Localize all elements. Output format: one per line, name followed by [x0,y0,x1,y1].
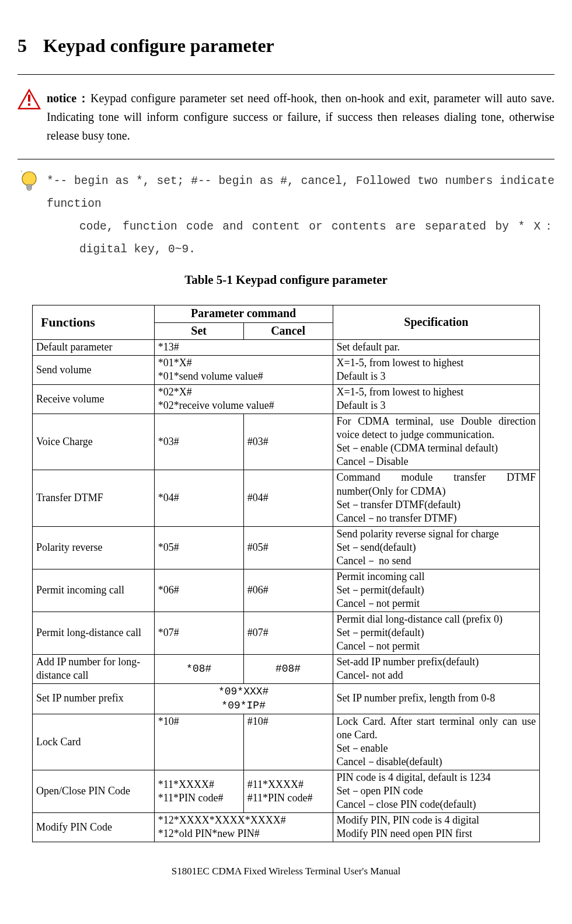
th-param-cmd: Parameter command [154,305,333,323]
notice-text: notice：Keypad configure parameter set ne… [47,89,554,145]
th-spec: Specification [333,305,539,340]
cell-cancel: #07# [243,612,333,654]
warning-icon [18,89,41,110]
cell-cancel: #04# [243,470,333,526]
table-row: Lock Card*10##10#Lock Card. After start … [33,714,540,770]
table-row: Transfer DTMF*04##04#Command module tran… [33,470,540,526]
table-row: Polarity reverse*05##05#Send polarity re… [33,526,540,569]
tip-text: *-- begin as *, set; #-- begin as #, can… [47,170,554,261]
cell-function: Receive volume [33,385,155,414]
th-set: Set [154,322,243,340]
table-row: Receive volume*02*X#*02*receive volume v… [33,385,540,414]
cell-set: *06# [154,569,243,612]
cell-set: *05# [154,526,243,569]
cell-function: Voice Charge [33,414,155,470]
table-row: Permit long-distance call*07##07#Permit … [33,612,540,654]
tip-line-2: code, function code and content or conte… [79,216,554,261]
cell-spec: For CDMA terminal, use Double direction … [333,414,539,470]
cell-function: Default parameter [33,340,155,356]
cell-spec: Lock Card. After start terminal only can… [333,714,539,770]
cell-set: *08# [154,654,243,683]
cell-function: Modify PIN Code [33,813,155,842]
cell-cancel: #03# [243,414,333,470]
cell-function: Send volume [33,356,155,385]
tip-line-1: *-- begin as *, set; #-- begin as #, can… [47,175,554,210]
table-body: Default parameter*13#Set default par.Sen… [33,340,540,842]
cell-spec: Send polarity reverse signal for chargeS… [333,526,539,569]
table-header-row-1: Functions Parameter command Specificatio… [33,305,540,323]
cell-spec: Set default par. [333,340,539,356]
cell-set: *07# [154,612,243,654]
cell-function: Add IP number for long-distance call [33,654,155,683]
cell-spec: Modify PIN, PIN code is 4 digitalModify … [333,813,539,842]
cell-spec: Set IP number prefix, length from 0-8 [333,683,539,714]
divider-bottom [18,159,554,159]
cell-set: *11*XXXX#*11*PIN code# [154,770,243,813]
cell-set: *10# [154,714,243,770]
cell-function: Lock Card [33,714,155,770]
param-table: Functions Parameter command Specificatio… [32,305,540,842]
notice-body: Keypad configure parameter set need off-… [47,92,554,142]
cell-set: *04# [154,470,243,526]
lightbulb-icon [18,170,41,196]
page-root: 5 Keypad configure parameter notice：Keyp… [0,0,572,889]
cell-cancel: #11*XXXX##11*PIN code# [243,770,333,813]
cell-spec: X=1-5, from lowest to highestDefault is … [333,385,539,414]
cell-function: Set IP number prefix [33,683,155,714]
table-row: Send volume*01*X#*01*send volume value#X… [33,356,540,385]
table-row: Permit incoming call*06##06#Permit incom… [33,569,540,612]
chapter-number: 5 [18,35,39,57]
page-footer: S1801EC CDMA Fixed Wireless Terminal Use… [18,866,554,877]
chapter-title: Keypad configure parameter [43,35,274,56]
cell-set-merged: *01*X#*01*send volume value# [154,356,333,385]
cell-function: Permit long-distance call [33,612,155,654]
table-row: Open/Close PIN Code*11*XXXX#*11*PIN code… [33,770,540,813]
table-row: Set IP number prefix*09*XXX#*09*IP#Set I… [33,683,540,714]
cell-function: Polarity reverse [33,526,155,569]
svg-point-3 [22,172,36,186]
notice-label: notice： [47,92,90,105]
table-row: Voice Charge*03##03#For CDMA terminal, u… [33,414,540,470]
cell-spec: Permit dial long-distance call (prefix 0… [333,612,539,654]
cell-function: Open/Close PIN Code [33,770,155,813]
table-row: Add IP number for long-distance call*08#… [33,654,540,683]
cell-set-merged: *12*XXXX*XXXX*XXXX#*12*old PIN*new PIN# [154,813,333,842]
th-cancel: Cancel [243,322,333,340]
th-functions: Functions [33,305,155,340]
tip-block: *-- begin as *, set; #-- begin as #, can… [18,170,554,261]
svg-rect-1 [28,95,30,102]
cell-cancel: #08# [243,654,333,683]
cell-set: *03# [154,414,243,470]
cell-function: Permit incoming call [33,569,155,612]
table-row: Modify PIN Code*12*XXXX*XXXX*XXXX#*12*ol… [33,813,540,842]
cell-spec: Command module transfer DTMF number(Only… [333,470,539,526]
cell-set-merged: *09*XXX#*09*IP# [154,683,333,714]
cell-cancel: #05# [243,526,333,569]
chapter-heading: 5 Keypad configure parameter [18,35,554,57]
cell-spec: PIN code is 4 digital, default is 1234Se… [333,770,539,813]
cell-spec: X=1-5, from lowest to highestDefault is … [333,356,539,385]
cell-set-merged: *02*X#*02*receive volume value# [154,385,333,414]
cell-spec: Set-add IP number prefix(default)Cancel-… [333,654,539,683]
table-row: Default parameter*13#Set default par. [33,340,540,356]
notice-block: notice：Keypad configure parameter set ne… [18,89,554,145]
cell-set-merged: *13# [154,340,333,356]
table-caption: Table 5-1 Keypad configure parameter [18,273,554,287]
svg-rect-2 [28,103,30,106]
cell-spec: Permit incoming callSet－permit(default)C… [333,569,539,612]
cell-cancel: #06# [243,569,333,612]
cell-function: Transfer DTMF [33,470,155,526]
svg-line-4 [20,171,22,172]
cell-cancel: #10# [243,714,333,770]
